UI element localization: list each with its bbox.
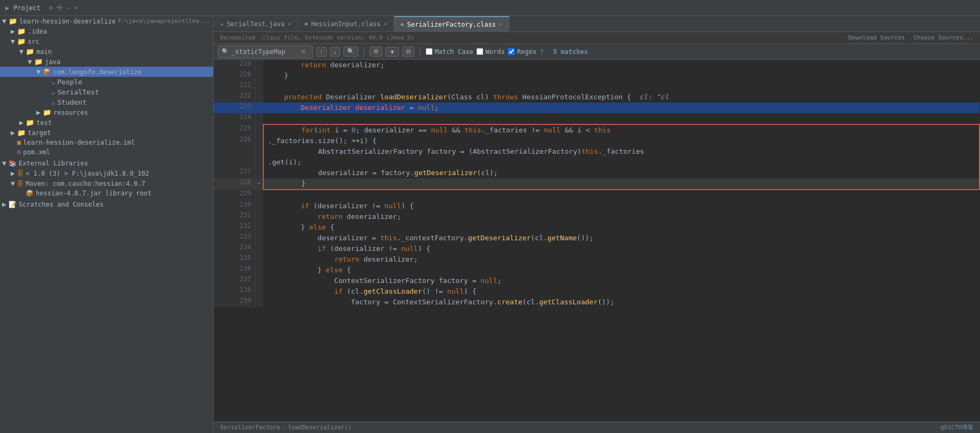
tab-hessian-input[interactable]: ◆ HessianInput.class ✕	[298, 16, 394, 32]
words-checkbox[interactable]	[476, 48, 483, 55]
code-row-236: 236 } else {	[214, 265, 979, 275]
serializer-factory-tab-label: SerializerFactory.class	[407, 21, 496, 28]
tree-item-test[interactable]: ▶ 📁 test	[0, 117, 213, 128]
code-row-235: 235 return deserializer;	[214, 254, 979, 265]
tree-item-idea[interactable]: ▶ 📁 .idea	[0, 26, 213, 36]
decompiled-message: Decompiled .class file, bytecode version…	[220, 34, 414, 41]
code-row-230: 230 if (deserializer != null) {	[214, 201, 979, 211]
search-funnel-btn[interactable]: ⊟	[402, 46, 414, 57]
serializer-factory-tab-icon: ◆	[401, 21, 404, 28]
gutter-234	[256, 243, 263, 254]
tree-item-people[interactable]: ☕ People	[0, 77, 213, 87]
breadcrumb-class: SerializerFactory	[220, 424, 280, 431]
tree-item-pom[interactable]: m pom.xml	[0, 147, 213, 157]
tree-item-hessian-jar[interactable]: 📦 hessian-4.0.7.jar library root	[0, 188, 213, 198]
target-folder-icon: 📁	[17, 129, 26, 137]
iml-icon: ■	[17, 139, 21, 146]
tree-item-root[interactable]: ▼ 📁 learn-hession-deserialize F:\java\ja…	[0, 16, 213, 26]
java-label: java	[45, 58, 60, 66]
code-row-227: 227 deserializer = factory.getDeserializ…	[214, 168, 979, 178]
code-238: if (cl.getClassLoader() != null) {	[263, 286, 979, 297]
search-clear-btn[interactable]: ✕	[297, 47, 309, 57]
resources-label: resources	[53, 109, 88, 116]
tree-item-main[interactable]: ▼ 📁 main	[0, 46, 213, 57]
test-folder-icon: 📁	[26, 119, 34, 127]
tree-item-resources[interactable]: ▶ 📁 resources	[0, 107, 213, 117]
breadcrumb-method: loadDeserializer()	[288, 424, 351, 431]
tree-item-java[interactable]: ▼ 📁 java	[0, 57, 213, 67]
package-icon: 📦	[43, 68, 51, 76]
words-label: Words	[485, 48, 505, 56]
code-237: ContextSerializerFactory factory = null;	[263, 275, 979, 286]
tree-item-target[interactable]: ▶ 📁 target	[0, 128, 213, 138]
gutter-219	[256, 60, 263, 70]
download-sources-link[interactable]: Download Sources	[848, 34, 905, 41]
tab-serializer-factory[interactable]: ◆ SerializerFactory.class ✕	[394, 16, 509, 32]
code-row-231: 231 return deserializer;	[214, 211, 979, 222]
tree-item-src[interactable]: ▼ 📁 src	[0, 36, 213, 46]
search-input[interactable]	[231, 48, 295, 56]
tree-item-student[interactable]: ☕ Student	[0, 97, 213, 107]
expand-icon-java: ▼	[28, 58, 34, 66]
maven-icon: 🗄	[17, 180, 23, 187]
code-row-225: 225 for(int i = 0; deserializer == null …	[214, 124, 979, 136]
gutter-227	[256, 168, 263, 178]
gutter-239	[256, 297, 263, 308]
tree-item-extlibs[interactable]: ▼ 📚 External Libraries	[0, 158, 213, 168]
serializer-factory-tab-close[interactable]: ✕	[499, 21, 503, 27]
code-row-222: 222 protected Deserializer loadDeseriali…	[214, 92, 979, 103]
code-229	[263, 190, 979, 201]
line-num-226: 226	[214, 136, 256, 168]
search-prev-btn[interactable]: ↑	[316, 47, 327, 57]
tree-item-iml[interactable]: ■ learn-hession-deserialize.iml	[0, 138, 213, 147]
package-label: com.longofo.deserialize	[53, 68, 142, 76]
serial-test-tab-close[interactable]: ✕	[288, 21, 291, 27]
expand-icon-jdk: ▶	[11, 169, 17, 177]
line-num-237: 237	[214, 275, 256, 286]
search-input-wrap: 🔍 ✕	[218, 45, 313, 58]
src-folder-icon: 📁	[17, 37, 26, 45]
line-num-228: 228	[214, 178, 256, 190]
line-num-233: 233	[214, 233, 256, 243]
target-label: target	[28, 129, 51, 137]
expand-icon-test: ▶	[19, 119, 26, 127]
hessian-input-tab-close[interactable]: ✕	[384, 21, 387, 27]
search-next-btn[interactable]: ↓	[330, 47, 341, 57]
pom-icon: m	[17, 148, 21, 156]
choose-sources-link[interactable]: Choose Sources...	[913, 34, 974, 41]
gutter-224	[256, 113, 263, 124]
jar-label: hessian-4.0.7.jar library root	[36, 190, 152, 197]
code-233: deserializer = this._contextFactory.getD…	[263, 233, 979, 243]
code-234: if (deserializer != null) {	[263, 243, 979, 254]
project-path: ⚙ ➕ — ✕	[49, 4, 78, 11]
code-232: } else {	[263, 222, 979, 233]
code-230: if (deserializer != null) {	[263, 201, 979, 211]
java-folder-icon: 📁	[34, 58, 43, 66]
code-226: ._factories.size(); ++i) { AbstractSeria…	[263, 136, 979, 168]
tree-item-maven[interactable]: ▼ 🗄 Maven: com.caucho:hessian:4.0.7	[0, 178, 213, 188]
gutter-226	[256, 136, 263, 168]
idea-label: .idea	[28, 28, 47, 35]
regex-checkbox[interactable]	[508, 48, 515, 55]
code-225: for(int i = 0; deserializer == null && t…	[263, 124, 979, 136]
code-area[interactable]: 219 return deserializer; 220 }	[214, 60, 980, 421]
tree-item-serialtest[interactable]: ☕ SerialTest	[0, 87, 213, 97]
tab-serial-test[interactable]: ☕ SerialTest.java ✕	[214, 16, 298, 32]
gutter-236	[256, 265, 263, 275]
title-bar-content: ▶ Project ⚙ ➕ — ✕	[5, 4, 78, 12]
code-row-238: 238 if (cl.getClassLoader() != null) {	[214, 286, 979, 297]
code-row-228: 228 → }	[214, 178, 979, 190]
tree-item-jdk[interactable]: ▶ 🗄 < 1.8 (3) > F:\java\jdk1.8.0_102	[0, 168, 213, 178]
search-filter-btn[interactable]: ⚙	[370, 46, 382, 57]
iml-label: learn-hession-deserialize.iml	[23, 139, 135, 146]
search-find-btn[interactable]: 🔍	[343, 46, 358, 57]
code-row-223: 223 Deserializer deserializer = null;	[214, 103, 979, 113]
maven-label: Maven: com.caucho:hessian:4.0.7	[26, 180, 145, 187]
code-236: } else {	[263, 265, 979, 275]
search-filter2-btn[interactable]: ▼	[386, 47, 399, 57]
match-case-checkbox[interactable]	[426, 48, 433, 55]
code-row-224: 224	[214, 113, 979, 124]
tree-item-package[interactable]: ▼ 📦 com.longofo.deserialize	[0, 67, 213, 77]
tree-item-scratches[interactable]: ▶ 📝 Scratches and Consoles	[0, 199, 213, 209]
matches-label: 5 matches	[553, 48, 588, 56]
